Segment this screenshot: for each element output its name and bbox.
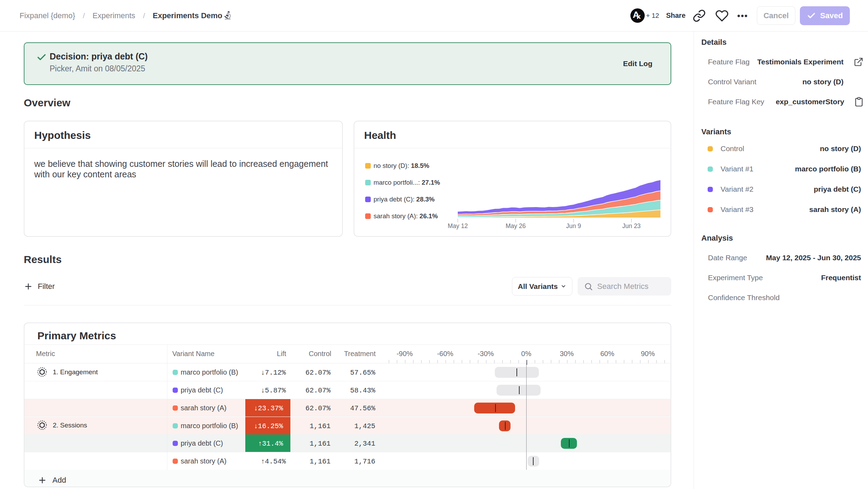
svg-text:Jun 23: Jun 23 xyxy=(622,222,641,229)
svg-text:May 12: May 12 xyxy=(448,222,468,229)
svg-text:Jun 9: Jun 9 xyxy=(566,222,581,229)
svg-text:May 26: May 26 xyxy=(506,222,526,229)
